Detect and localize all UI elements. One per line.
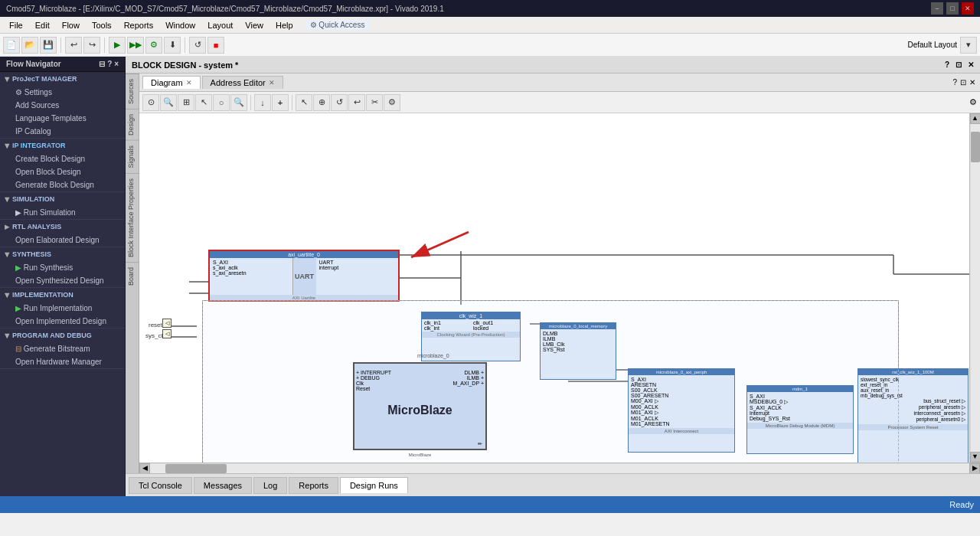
zoom-fit-btn[interactable]: ⊙ <box>142 94 159 111</box>
menu-tools[interactable]: Tools <box>86 19 118 31</box>
impl-btn[interactable]: ▶▶ <box>127 37 144 54</box>
nav-run-implementation[interactable]: ▶ Run Implementation <box>0 302 125 315</box>
tab-reports[interactable]: Reports <box>289 477 338 494</box>
nav-open-hw-manager[interactable]: Open Hardware Manager <box>0 355 125 368</box>
block-axi-uartlite[interactable]: axi_uartlite_0 S_AXI s_axi_aclk s_axi_ar… <box>208 250 400 302</box>
menu-help[interactable]: Help <box>270 19 299 31</box>
menu-view[interactable]: View <box>239 19 270 31</box>
cut-btn[interactable]: ✂ <box>366 94 383 111</box>
section-synthesis-header[interactable]: ▶ SYNTHESIS <box>0 247 125 261</box>
zoom-area-btn[interactable]: ⊞ <box>178 94 194 111</box>
side-tab-board[interactable]: Board <box>126 262 139 290</box>
move-down-btn[interactable]: ↓ <box>254 94 271 111</box>
circle-btn[interactable]: ○ <box>213 94 230 111</box>
block-local-memory[interactable]: microblaze_0_local_memory DLMB ILMB LMB_… <box>540 322 616 380</box>
nav-ip-catalog[interactable]: IP Catalog <box>0 125 125 138</box>
side-tab-sources[interactable]: Sources <box>126 74 139 109</box>
tab-design-runs[interactable]: Design Runs <box>340 477 408 493</box>
bd-expand-icon[interactable]: ⊡ <box>956 60 962 69</box>
nav-run-synthesis[interactable]: ▶ Run Synthesis <box>0 261 125 274</box>
section-rtl-analysis-header[interactable]: ▶ RTL ANALYSIS <box>0 220 125 234</box>
nav-add-sources[interactable]: Add Sources <box>0 99 125 112</box>
block-microblaze[interactable]: + INTERRUPT + DEBUG Clk Reset MicroBlaze… <box>353 362 487 450</box>
layout-dropdown-btn[interactable]: ▾ <box>960 37 977 54</box>
tab-address-editor[interactable]: Address Editor ✕ <box>202 76 283 89</box>
section-program-debug-header[interactable]: ▶ PROGRAM AND DEBUG <box>0 328 125 342</box>
vertical-scrollbar[interactable]: ▲ ▼ <box>969 113 980 462</box>
nav-open-implemented[interactable]: Open Implemented Design <box>0 315 125 328</box>
scroll-down-btn[interactable]: ▼ <box>970 452 981 462</box>
side-tab-signals[interactable]: Signals <box>126 140 139 173</box>
side-tab-design[interactable]: Design <box>126 109 139 140</box>
hscroll-thumb[interactable] <box>165 464 227 473</box>
menu-layout[interactable]: Layout <box>201 19 239 31</box>
nav-run-simulation[interactable]: ▶ Run Simulation <box>0 206 125 219</box>
port-reset: Reset <box>356 386 391 391</box>
synth-btn[interactable]: ▶ <box>109 37 126 54</box>
tab-diagram-close[interactable]: ✕ <box>186 79 192 87</box>
block-axi-periph[interactable]: microblaze_0_axi_periph S_AXI ARESETN S0… <box>628 368 735 453</box>
section-project-manager-header[interactable]: ▶ ProJecT MANAGER <box>0 72 125 86</box>
menu-file[interactable]: File <box>3 19 29 31</box>
maximize-button[interactable]: □ <box>946 2 959 15</box>
tab-diagram[interactable]: Diagram ✕ <box>142 76 201 89</box>
canvas-settings[interactable]: ⚙ <box>969 97 977 107</box>
nav-open-elaborated[interactable]: Open Elaborated Design <box>0 234 125 247</box>
save-btn[interactable]: 💾 <box>40 37 57 54</box>
connect-btn[interactable]: ⊕ <box>313 94 330 111</box>
menu-reports[interactable]: Reports <box>118 19 160 31</box>
nav-create-block-design[interactable]: Create Block Design <box>0 152 125 165</box>
new-btn[interactable]: 📄 <box>3 37 20 54</box>
section-implementation-header[interactable]: ▶ IMPLEMENTATION <box>0 288 125 302</box>
menu-edit[interactable]: Edit <box>29 19 56 31</box>
open-btn[interactable]: 📂 <box>21 37 38 54</box>
hscroll-track[interactable] <box>150 464 969 473</box>
nav-language-templates[interactable]: Language Templates <box>0 112 125 125</box>
scroll-thumb[interactable] <box>971 132 980 162</box>
tab-messages[interactable]: Messages <box>194 477 252 494</box>
bd-help-icon[interactable]: ? <box>945 60 949 69</box>
add-btn[interactable]: + <box>272 94 289 111</box>
section-simulation-header[interactable]: ▶ SIMULATION <box>0 192 125 206</box>
redo-btn[interactable]: ↪ <box>83 37 100 54</box>
refresh2-btn[interactable]: ↺ <box>331 94 348 111</box>
nav-generate-bitstream[interactable]: ⊟ Generate Bitstream <box>0 342 125 355</box>
diagram-canvas[interactable]: reset sys_clk ◁ ◁ axi_uartlite_0 S_AXI <box>139 113 969 462</box>
settings2-btn[interactable]: ⚙ <box>384 94 400 111</box>
select-btn[interactable]: ↖ <box>195 94 212 111</box>
bd-close-icon[interactable]: ✕ <box>968 60 974 69</box>
section-ip-integrator-header[interactable]: ▶ IP INTEGRATOR <box>0 139 125 152</box>
close-button[interactable]: ✕ <box>962 2 974 15</box>
minimize-button[interactable]: − <box>931 2 943 15</box>
menu-window[interactable]: Window <box>159 19 201 31</box>
undo2-btn[interactable]: ↩ <box>348 94 365 111</box>
nav-settings[interactable]: ⚙ Settings <box>0 86 125 99</box>
undo-btn[interactable]: ↩ <box>65 37 82 54</box>
prog-btn[interactable]: ⬇ <box>164 37 181 54</box>
search-btn[interactable]: 🔍 <box>230 94 247 111</box>
pointer-btn[interactable]: ↖ <box>296 94 312 111</box>
tab-diagram-label: Diagram <box>151 78 183 87</box>
side-tab-properties[interactable]: Block Interface Properties <box>126 173 139 262</box>
nav-generate-block-design[interactable]: Generate Block Design <box>0 178 125 191</box>
block-rst-clk[interactable]: rst_clk_wiz_1_100M slowest_sync_clk ext_… <box>858 368 969 462</box>
block-mdm[interactable]: mdm_1 S_AXI MSDEBUG_0 ▷ S_AXI_ACLK Inter… <box>746 385 854 454</box>
tab-address-editor-close[interactable]: ✕ <box>269 79 275 87</box>
tab-tcl-console[interactable]: Tcl Console <box>129 477 192 494</box>
diagram-expand-icon[interactable]: ⊡ <box>960 78 966 87</box>
tab-log[interactable]: Log <box>253 477 287 494</box>
diagram-close-icon[interactable]: ✕ <box>969 78 975 87</box>
horizontal-scrollbar[interactable]: ◀ ▶ <box>139 462 980 473</box>
scroll-left-btn[interactable]: ◀ <box>139 463 150 474</box>
stop-btn[interactable]: ■ <box>207 37 224 54</box>
gen-btn[interactable]: ⚙ <box>145 37 162 54</box>
zoom-in-btn[interactable]: 🔍 <box>160 94 177 111</box>
nav-open-block-design[interactable]: Open Block Design <box>0 165 125 178</box>
refresh-btn[interactable]: ↺ <box>189 37 206 54</box>
menu-flow[interactable]: Flow <box>56 19 86 31</box>
scroll-up-btn[interactable]: ▲ <box>970 113 981 124</box>
nav-open-synthesized[interactable]: Open Synthesized Design <box>0 274 125 287</box>
diagram-help-icon[interactable]: ? <box>952 78 957 87</box>
scroll-right-btn[interactable]: ▶ <box>969 463 980 474</box>
scroll-track[interactable] <box>971 124 980 452</box>
